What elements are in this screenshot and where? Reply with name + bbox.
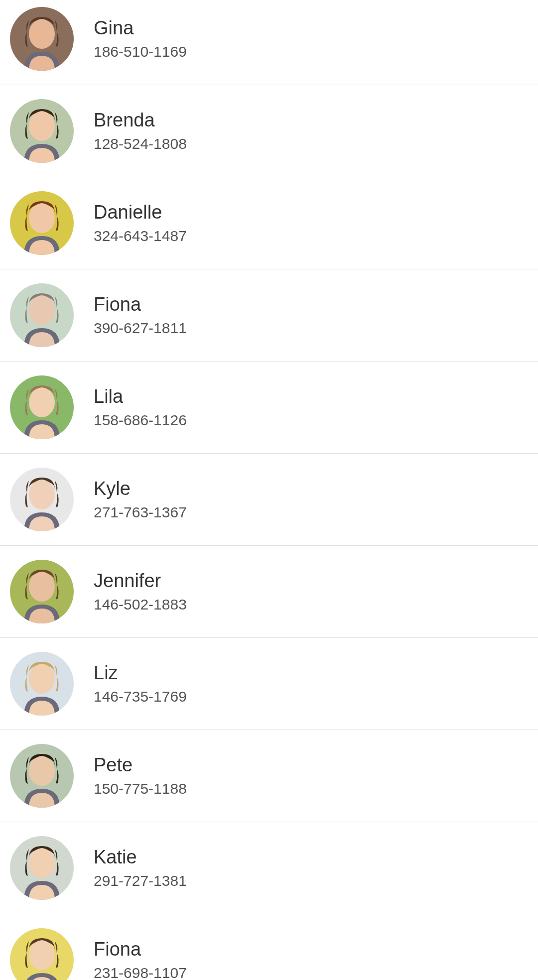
svg-point-11 [29, 480, 55, 509]
avatar [10, 7, 74, 71]
contact-item[interactable]: Jennifer146-502-1883 [0, 546, 538, 638]
contact-phone: 150-775-1188 [94, 780, 187, 798]
contact-name: Danielle [94, 201, 187, 224]
contact-name: Pete [94, 754, 187, 777]
contact-item[interactable]: Pete150-775-1188 [0, 730, 538, 822]
avatar [10, 468, 74, 531]
avatar [10, 375, 74, 439]
contact-item[interactable]: Fiona390-627-1811 [0, 269, 538, 362]
avatar [10, 928, 74, 980]
avatar [10, 191, 74, 255]
contact-name: Brenda [94, 109, 187, 132]
svg-point-21 [29, 940, 55, 970]
contact-phone: 146-735-1769 [94, 688, 187, 706]
contact-name: Fiona [94, 938, 187, 961]
contact-item[interactable]: Brenda128-524-1808 [0, 85, 538, 177]
contact-phone: 291-727-1381 [94, 872, 187, 890]
svg-point-9 [29, 387, 55, 417]
avatar [10, 836, 74, 900]
contact-info: Gina186-510-1169 [94, 17, 187, 61]
contact-item[interactable]: Fiona231-698-1107 [0, 914, 538, 980]
contact-phone: 390-627-1811 [94, 319, 187, 337]
contact-info: Katie291-727-1381 [94, 846, 187, 890]
contact-phone: 186-510-1169 [94, 43, 187, 61]
contact-info: Lila158-686-1126 [94, 385, 187, 429]
avatar [10, 99, 74, 163]
contact-info: Jennifer146-502-1883 [94, 570, 187, 613]
contact-phone: 128-524-1808 [94, 135, 187, 153]
contact-info: Fiona231-698-1107 [94, 938, 187, 980]
contact-item[interactable]: Gina186-510-1169 [0, 0, 538, 85]
contact-name: Liz [94, 662, 187, 685]
contact-info: Kyle271-763-1367 [94, 478, 187, 521]
contact-name: Katie [94, 846, 187, 869]
contact-item[interactable]: Katie291-727-1381 [0, 822, 538, 914]
contact-name: Kyle [94, 478, 187, 500]
contact-item[interactable]: Lila158-686-1126 [0, 362, 538, 454]
contact-phone: 146-502-1883 [94, 596, 187, 613]
contact-info: Fiona390-627-1811 [94, 293, 187, 337]
svg-point-3 [29, 111, 55, 141]
contact-name: Fiona [94, 293, 187, 316]
contact-name: Lila [94, 385, 187, 408]
svg-point-1 [29, 19, 55, 49]
avatar [10, 560, 74, 623]
contact-phone: 324-643-1487 [94, 227, 187, 245]
svg-point-17 [29, 756, 55, 786]
contact-phone: 271-763-1367 [94, 503, 187, 521]
contact-phone: 158-686-1126 [94, 411, 187, 429]
contact-item[interactable]: Kyle271-763-1367 [0, 454, 538, 546]
contact-phone: 231-698-1107 [94, 964, 187, 980]
contact-name: Gina [94, 17, 187, 40]
svg-point-5 [29, 203, 55, 233]
contact-list: Gina186-510-1169 Brenda128-524-1808 Dani… [0, 0, 538, 980]
contact-info: Pete150-775-1188 [94, 754, 187, 798]
svg-point-19 [29, 848, 55, 878]
contact-item[interactable]: Danielle324-643-1487 [0, 177, 538, 269]
svg-point-15 [29, 664, 55, 694]
avatar [10, 652, 74, 716]
avatar [10, 744, 74, 808]
contact-info: Liz146-735-1769 [94, 662, 187, 706]
contact-name: Jennifer [94, 570, 187, 593]
svg-point-13 [29, 572, 55, 602]
avatar [10, 283, 74, 347]
contact-item[interactable]: Liz146-735-1769 [0, 638, 538, 730]
contact-info: Danielle324-643-1487 [94, 201, 187, 245]
svg-point-7 [29, 295, 55, 325]
contact-info: Brenda128-524-1808 [94, 109, 187, 153]
